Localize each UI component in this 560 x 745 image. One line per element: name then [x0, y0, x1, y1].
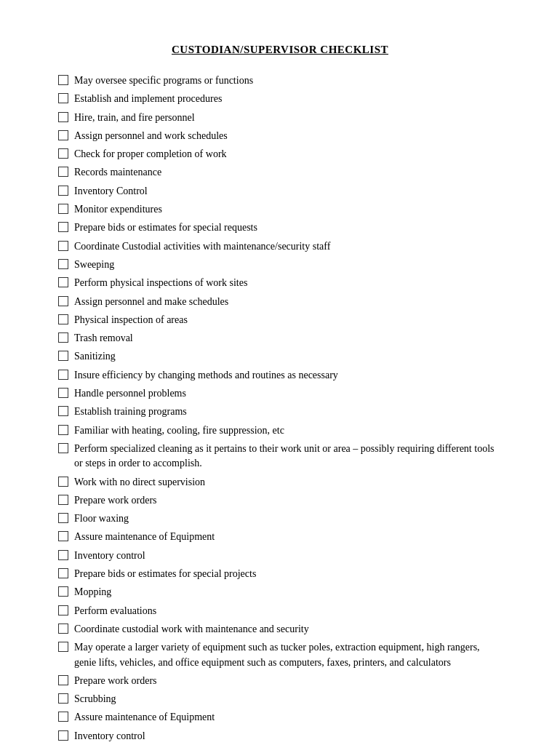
checkbox[interactable]	[58, 642, 68, 652]
checkbox[interactable]	[58, 332, 68, 343]
checkbox[interactable]	[58, 513, 68, 523]
checkbox[interactable]	[58, 222, 68, 232]
item-text: Floor waxing	[74, 511, 502, 526]
item-text: Coordinate Custodial activities with mai…	[74, 239, 502, 254]
list-item: Hire, train, and fire personnel	[58, 111, 502, 125]
item-text: Assign personnel and work schedules	[74, 129, 502, 143]
checkbox[interactable]	[58, 443, 68, 453]
checkbox[interactable]	[58, 425, 68, 435]
checkbox[interactable]	[58, 314, 68, 324]
checkbox[interactable]	[58, 712, 68, 722]
item-text: Work with no direct supervision	[74, 475, 502, 490]
list-item: Coordinate Custodial activities with mai…	[58, 239, 502, 254]
list-item: Prepare bids or estimates for special pr…	[58, 567, 502, 581]
item-text: Familiar with heating, cooling, fire sup…	[74, 423, 502, 438]
item-text: Assure maintenance of Equipment	[74, 530, 502, 544]
item-text: Prepare work orders	[74, 674, 502, 688]
checkbox[interactable]	[58, 388, 68, 398]
list-item: Assign personnel and make schedules	[58, 295, 502, 309]
item-text: Mopping	[74, 585, 502, 599]
item-text: Perform evaluations	[74, 604, 502, 618]
list-item: Perform physical inspections of work sit…	[58, 276, 502, 290]
item-text: Assign personnel and make schedules	[74, 295, 502, 309]
list-item: Assure maintenance of Equipment	[58, 710, 502, 725]
checkbox[interactable]	[58, 204, 68, 214]
item-text: Records maintenance	[74, 165, 502, 180]
checkbox[interactable]	[58, 693, 68, 704]
item-text: Prepare bids or estimates for special pr…	[74, 567, 502, 581]
list-item: Assign personnel and work schedules	[58, 129, 502, 143]
list-item: May oversee specific programs or functio…	[58, 73, 502, 88]
list-item: Prepare work orders	[58, 493, 502, 508]
checkbox[interactable]	[58, 477, 68, 487]
checkbox[interactable]	[58, 406, 68, 416]
checkbox[interactable]	[58, 167, 68, 177]
item-text: Establish and implement procedures	[74, 92, 502, 106]
list-item: Inventory control	[58, 729, 502, 744]
list-item: Mopping	[58, 585, 502, 599]
checkbox[interactable]	[58, 112, 68, 122]
checkbox[interactable]	[58, 675, 68, 685]
list-item: Inventory control	[58, 549, 502, 563]
list-item: Floor waxing	[58, 511, 502, 526]
list-item: Perform specialized cleaning as it perta…	[58, 442, 502, 471]
checkbox[interactable]	[58, 93, 68, 103]
item-text: Scrubbing	[74, 692, 502, 706]
list-item: Coordinate custodial work with maintenan…	[58, 622, 502, 637]
checkbox[interactable]	[58, 351, 68, 361]
list-item: Records maintenance	[58, 165, 502, 180]
item-text: Coordinate custodial work with maintenan…	[74, 622, 502, 637]
checkbox[interactable]	[58, 186, 68, 196]
checkbox[interactable]	[58, 130, 68, 140]
checkbox[interactable]	[58, 277, 68, 287]
checkbox[interactable]	[58, 730, 68, 741]
checkbox[interactable]	[58, 148, 68, 159]
item-text: Sweeping	[74, 258, 502, 272]
item-text: Perform physical inspections of work sit…	[74, 276, 502, 290]
checkbox[interactable]	[58, 531, 68, 541]
list-item: Insure efficiency by changing methods an…	[58, 368, 502, 383]
item-text: Inventory Control	[74, 184, 502, 199]
checkbox[interactable]	[58, 259, 68, 269]
checkbox[interactable]	[58, 605, 68, 615]
checkbox[interactable]	[58, 296, 68, 306]
list-item: Physical inspection of areas	[58, 313, 502, 327]
item-text: Hire, train, and fire personnel	[74, 111, 502, 125]
list-item: Perform evaluations	[58, 604, 502, 618]
item-text: Handle personnel problems	[74, 386, 502, 401]
list-item: Establish and implement procedures	[58, 92, 502, 106]
list-item: Prepare work orders	[58, 674, 502, 688]
item-text: Inventory control	[74, 549, 502, 563]
checkbox[interactable]	[58, 550, 68, 560]
list-item: Check for proper completion of work	[58, 147, 502, 162]
checkbox[interactable]	[58, 241, 68, 251]
item-text: May operate a larger variety of equipmen…	[74, 640, 502, 670]
list-item: Work with no direct supervision	[58, 475, 502, 490]
list-item: Prepare bids or estimates for special re…	[58, 220, 502, 235]
item-text: Monitor expenditures	[74, 202, 502, 217]
checkbox[interactable]	[58, 75, 68, 85]
checkbox[interactable]	[58, 624, 68, 634]
item-text: Check for proper completion of work	[74, 147, 502, 162]
page-title: CUSTODIAN/SUPERVISOR CHECKLIST	[58, 44, 502, 56]
list-item: Sweeping	[58, 258, 502, 272]
item-text: May oversee specific programs or functio…	[74, 73, 502, 88]
item-text: Inventory control	[74, 729, 502, 744]
list-item: Handle personnel problems	[58, 386, 502, 401]
item-text: Trash removal	[74, 331, 502, 346]
list-item: Assure maintenance of Equipment	[58, 530, 502, 544]
checklist: May oversee specific programs or functio…	[58, 73, 502, 745]
item-text: Prepare bids or estimates for special re…	[74, 220, 502, 235]
item-text: Prepare work orders	[74, 493, 502, 508]
item-text: Physical inspection of areas	[74, 313, 502, 327]
checkbox[interactable]	[58, 568, 68, 578]
item-text: Perform specialized cleaning as it perta…	[74, 442, 502, 471]
checkbox[interactable]	[58, 495, 68, 505]
item-text: Establish training programs	[74, 405, 502, 419]
item-text: Sanitizing	[74, 349, 502, 364]
list-item: Familiar with heating, cooling, fire sup…	[58, 423, 502, 438]
checkbox[interactable]	[58, 586, 68, 597]
checkbox[interactable]	[58, 370, 68, 380]
list-item: May operate a larger variety of equipmen…	[58, 640, 502, 670]
list-item: Sanitizing	[58, 349, 502, 364]
